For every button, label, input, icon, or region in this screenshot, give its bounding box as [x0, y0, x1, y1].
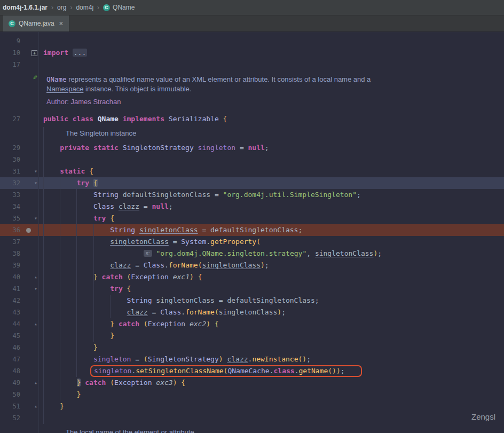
- line-number-50[interactable]: 50: [0, 389, 22, 400]
- code-line-44[interactable]: 44▴ } catch (Exception exc2) {: [0, 318, 504, 330]
- code-token: forName: [185, 308, 215, 316]
- doc-link[interactable]: Namespace: [46, 85, 83, 93]
- line-number-9[interactable]: 9: [0, 35, 22, 47]
- breadcrumb-item-dom4j[interactable]: dom4j: [74, 3, 95, 12]
- code-line-42[interactable]: 42 String singletonClass = defaultSingle…: [0, 295, 504, 306]
- expand-fold-icon[interactable]: +: [32, 50, 37, 56]
- param-name-hint: s:: [144, 250, 152, 257]
- code-line-27[interactable]: 27public class QName implements Serializ…: [0, 113, 504, 125]
- fold-down-icon[interactable]: ▾: [34, 283, 37, 295]
- fold-down-icon[interactable]: ▾: [34, 166, 37, 177]
- line-number-38[interactable]: 38: [0, 248, 22, 259]
- line-number-41[interactable]: 41: [0, 283, 22, 295]
- edit-doc-icon[interactable]: ✎: [33, 74, 37, 81]
- line-number-52[interactable]: 52: [0, 412, 22, 424]
- code-line-30[interactable]: 30: [0, 154, 504, 166]
- line-number-32[interactable]: 32: [0, 177, 22, 189]
- line-number-34[interactable]: 34: [0, 201, 22, 212]
- code-editor[interactable]: 910+import ...17✎QName represents a qual…: [0, 32, 504, 433]
- code-line-9[interactable]: 9: [0, 35, 504, 47]
- breadcrumb-label: org: [57, 4, 66, 11]
- gutter-icons: [22, 236, 40, 248]
- code-line-39[interactable]: 39 clazz = Class.forName(singletonClass)…: [0, 259, 504, 271]
- code-line-36[interactable]: 36 String singletonClass = defaultSingle…: [0, 224, 504, 236]
- close-icon[interactable]: ✕: [59, 20, 64, 27]
- code-line-43[interactable]: 43 clazz = Class.forName(singletonClass)…: [0, 306, 504, 318]
- line-number-29[interactable]: 29: [0, 142, 22, 154]
- line-number-42[interactable]: 42: [0, 295, 22, 306]
- line-number-40[interactable]: 40: [0, 271, 22, 283]
- fold-up-icon[interactable]: ▴: [34, 271, 37, 283]
- code-line-48[interactable]: 48 singleton.setSingletonClassName(QName…: [0, 365, 504, 377]
- code-line-52[interactable]: 52: [0, 412, 504, 424]
- fold-up-icon[interactable]: ▴: [34, 377, 37, 389]
- line-number-49[interactable]: 49: [0, 377, 22, 389]
- code-line-46[interactable]: 46 }: [0, 342, 504, 353]
- fold-up-icon[interactable]: ▴: [34, 318, 37, 330]
- breadcrumb-item-qname[interactable]: CQName: [101, 3, 136, 12]
- code-token: Class: [144, 261, 164, 269]
- breadcrumb-item-org[interactable]: org: [56, 3, 68, 12]
- gutter-icons: ▴: [22, 400, 40, 412]
- code-token: {: [127, 285, 131, 293]
- code-text: import ...: [40, 47, 504, 59]
- code-line-51[interactable]: 51▴ }: [0, 400, 504, 412]
- line-number-48[interactable]: 48: [0, 365, 22, 377]
- doc-comment-line: The Singleton instance: [0, 125, 504, 142]
- code-text: singletonClass = System.getProperty(: [40, 236, 504, 248]
- line-number-51[interactable]: 51: [0, 400, 22, 412]
- line-number-33[interactable]: 33: [0, 189, 22, 201]
- line-number-35[interactable]: 35: [0, 212, 22, 224]
- code-line-32[interactable]: 32▾ try {: [0, 177, 504, 189]
- code-text: static {: [40, 166, 504, 177]
- line-number-10[interactable]: 10: [0, 47, 22, 59]
- code-line-35[interactable]: 35▾ try {: [0, 212, 504, 224]
- line-number-30[interactable]: 30: [0, 154, 22, 166]
- code-token: [43, 273, 93, 281]
- line-number-27[interactable]: 27: [0, 113, 22, 125]
- code-line-49[interactable]: 49▴ } catch (Exception exc3) {: [0, 377, 504, 389]
- line-number-39[interactable]: 39: [0, 259, 22, 271]
- doc-comment-line: The local name of the element or attribu…: [0, 424, 504, 433]
- code-token: (: [215, 308, 219, 316]
- breakpoint-icon[interactable]: [26, 228, 31, 233]
- code-line-38[interactable]: 38 s: "org.dom4j.QName.singleton.strateg…: [0, 248, 504, 259]
- code-line-45[interactable]: 45 }: [0, 330, 504, 342]
- code-line-34[interactable]: 34 Class clazz = null;: [0, 201, 504, 212]
- gutter-icons: [22, 330, 40, 342]
- code-line-31[interactable]: 31▾ static {: [0, 166, 504, 177]
- code-line-10[interactable]: 10+import ...: [0, 47, 504, 59]
- code-token: clazz: [110, 261, 131, 269]
- tab-qname-java[interactable]: C QName.java ✕: [3, 15, 69, 32]
- code-token: [43, 191, 93, 199]
- code-line-33[interactable]: 33 String defaultSingletonClass = "org.d…: [0, 189, 504, 201]
- code-line-37[interactable]: 37 singletonClass = System.getProperty(: [0, 236, 504, 248]
- code-line-29[interactable]: 29 private static SingletonStrategy sing…: [0, 142, 504, 154]
- line-number-37[interactable]: 37: [0, 236, 22, 248]
- line-number-45[interactable]: 45: [0, 330, 22, 342]
- code-line-17[interactable]: 17: [0, 59, 504, 70]
- line-number-36[interactable]: 36: [0, 224, 22, 236]
- code-token: Class: [160, 308, 181, 316]
- code-token: [43, 226, 110, 234]
- code-token: import: [43, 49, 73, 57]
- gutter-icons: [22, 59, 40, 70]
- line-number-31[interactable]: 31: [0, 166, 22, 177]
- fold-up-icon[interactable]: ▴: [34, 400, 37, 412]
- class-icon: C: [9, 20, 15, 27]
- breadcrumb-label: dom4j-1.6.1.jar: [3, 4, 48, 11]
- line-number-43[interactable]: 43: [0, 306, 22, 318]
- line-number-47[interactable]: 47: [0, 353, 22, 365]
- fold-down-icon[interactable]: ▾: [34, 177, 37, 189]
- code-line-41[interactable]: 41▾ try {: [0, 283, 504, 295]
- fold-down-icon[interactable]: ▾: [34, 212, 37, 224]
- gutter-icons: ▾: [22, 212, 40, 224]
- code-line-50[interactable]: 50 }: [0, 389, 504, 400]
- line-number-46[interactable]: 46: [0, 342, 22, 353]
- line-number-44[interactable]: 44: [0, 318, 22, 330]
- code-line-40[interactable]: 40▴ } catch (Exception exc1) {: [0, 271, 504, 283]
- line-number-17[interactable]: 17: [0, 59, 22, 70]
- breadcrumb-item-dom4j-1.6.1.jar[interactable]: dom4j-1.6.1.jar: [1, 3, 49, 12]
- gutter-icons: [22, 248, 40, 259]
- code-line-47[interactable]: 47 singleton = (SingletonStrategy) clazz…: [0, 353, 504, 365]
